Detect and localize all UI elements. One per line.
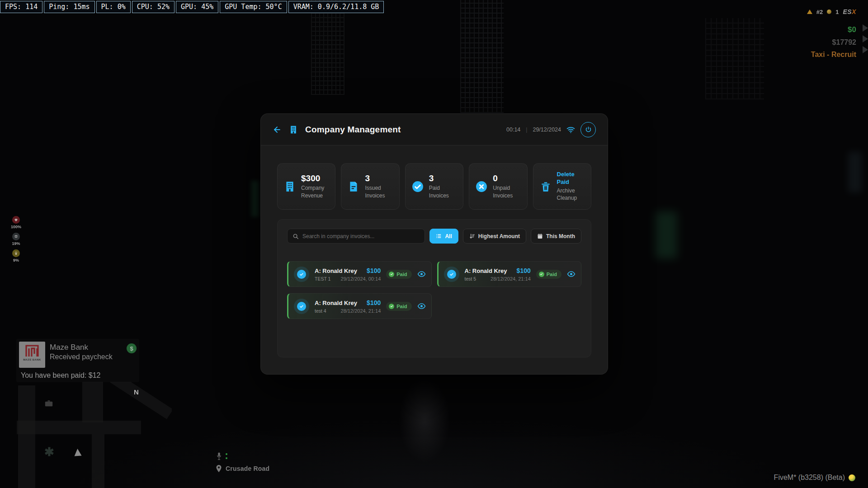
chevron-right-icon (863, 35, 868, 42)
map-road (18, 385, 35, 488)
invoice-card: A: Ronald Krey$100 test 528/12/2024, 21:… (437, 261, 582, 287)
notification-message: You have been paid: $12 (19, 371, 137, 380)
map-road (110, 382, 172, 419)
back-button[interactable] (273, 125, 282, 134)
check-circle-icon (412, 181, 424, 192)
invoice-amount: $100 (517, 267, 531, 274)
check-icon (389, 304, 394, 309)
status-badge: Paid (386, 302, 411, 311)
invoice-icon (348, 181, 359, 192)
wifi-icon (566, 126, 575, 133)
search-input[interactable] (302, 233, 420, 239)
version-watermark: FiveM* (b3258) (Beta) (774, 474, 855, 482)
maze-bank-logo: MAZE BANK (19, 342, 45, 368)
stat-card-revenue: $300Company Revenue (277, 163, 335, 210)
invoice-date: 28/12/2024, 21:14 (341, 308, 381, 314)
performance-bar: FPS: 114 Ping: 15ms PL: 0% CPU: 52% GPU:… (0, 1, 384, 13)
separator: | (526, 127, 527, 133)
search-box[interactable] (287, 229, 425, 244)
perf-vram: VRAM: 0.9/6.2/11.8 GB (288, 1, 384, 13)
street-name: Crusade Road (226, 465, 269, 472)
chevron-indicators (863, 24, 868, 53)
view-invoice-button[interactable] (417, 303, 426, 310)
coin-icon (827, 9, 831, 14)
filter-all-button[interactable]: All (429, 229, 458, 244)
perf-packet-loss: PL: 0% (96, 1, 131, 13)
bank-notification: MAZE BANK Maze Bank Received paycheck $ … (16, 339, 139, 382)
invoice-amount: $100 (367, 267, 381, 274)
coin-count: 1 (835, 9, 839, 15)
perf-gpu: GPU: 45% (176, 1, 218, 13)
trash-icon (540, 181, 552, 192)
invoice-date: 29/12/2024, 00:14 (341, 276, 381, 282)
view-invoice-button[interactable] (567, 271, 576, 277)
invoice-note: TEST 1 (315, 276, 330, 282)
health-icon (12, 216, 20, 224)
minimap: N ✱ (0, 382, 172, 488)
check-icon (389, 272, 394, 277)
building-lights (460, 0, 504, 113)
perf-cpu: CPU: 52% (132, 1, 175, 13)
window-glow (848, 152, 862, 192)
invoice-amount: $100 (367, 299, 381, 306)
stat-card-paid: 3Paid Invoices (405, 163, 463, 210)
briefcase-blip-icon (44, 399, 53, 407)
map-road (17, 421, 141, 434)
status-badge: Paid (536, 270, 561, 279)
notification-sender: Maze Bank (50, 343, 122, 352)
warning-icon (807, 9, 812, 14)
delete-paid-button[interactable]: Delete PaidArchive Cleanup (533, 163, 591, 210)
paid-check-icon (294, 299, 309, 314)
invoice-author: A: Ronald Krey (315, 300, 357, 306)
x-circle-icon (476, 181, 487, 192)
invoice-author: A: Ronald Krey (315, 267, 357, 274)
chevron-right-icon (863, 46, 868, 53)
squad-count: #2 (816, 9, 823, 15)
power-button[interactable] (580, 122, 596, 137)
chevron-right-icon (863, 24, 868, 32)
invoice-author: A: Ronald Krey (465, 267, 507, 274)
location-pin-icon (216, 465, 222, 472)
money-hud: #2 1 ESX $0 $17792 Taxi - Recruit (775, 8, 856, 59)
medical-blip-icon: ✱ (44, 445, 54, 459)
invoice-date: 28/12/2024, 21:14 (491, 276, 531, 282)
perf-ping: Ping: 15ms (44, 1, 94, 13)
green-sign-glow (656, 211, 677, 258)
building-icon (284, 181, 296, 192)
invoice-note: test 5 (465, 276, 476, 282)
stat-card-issued: 3Issued Invoices (341, 163, 399, 210)
company-management-window: Company Management 00:14 | 29/12/2024 $3… (260, 113, 608, 375)
clock-time: 00:14 (506, 127, 520, 133)
voice-level-dots (226, 452, 227, 459)
dollar-icon: $ (127, 343, 137, 353)
status-hud: 100% 19% 9% (11, 216, 21, 263)
sort-descending-icon (469, 233, 475, 239)
sort-button[interactable]: Highest Amount (463, 229, 526, 244)
ball-emoji-icon (849, 474, 855, 481)
bank-amount: $17792 (775, 38, 856, 47)
invoices-panel: All Highest Amount This Month (277, 219, 591, 357)
street-hud: Crusade Road (216, 452, 269, 472)
paid-check-icon (444, 267, 459, 282)
list-icon (436, 233, 442, 239)
stat-card-unpaid: 0Unpaid Invoices (469, 163, 527, 210)
perf-fps: FPS: 114 (0, 1, 42, 13)
building-lights (311, 0, 344, 95)
building-icon (289, 125, 298, 134)
thirst-status: 9% (11, 249, 21, 263)
green-sign-glow (251, 181, 259, 217)
paid-check-icon (294, 267, 309, 282)
invoice-note: test 4 (315, 308, 326, 314)
map-road (82, 382, 103, 422)
page-title: Company Management (305, 125, 401, 135)
esx-logo: ESX (843, 8, 856, 15)
clock-date: 29/12/2024 (533, 127, 561, 133)
player-silhouette (391, 375, 458, 488)
invoice-list: A: Ronald Krey$100 TEST 129/12/2024, 00:… (287, 261, 581, 319)
period-button[interactable]: This Month (531, 229, 581, 244)
perf-gpu-temp: GPU Temp: 50°C (220, 1, 287, 13)
view-invoice-button[interactable] (417, 271, 426, 277)
status-badge: Paid (386, 270, 411, 279)
invoice-card: A: Ronald Krey$100 TEST 129/12/2024, 00:… (287, 261, 432, 287)
building-lights (705, 18, 764, 99)
